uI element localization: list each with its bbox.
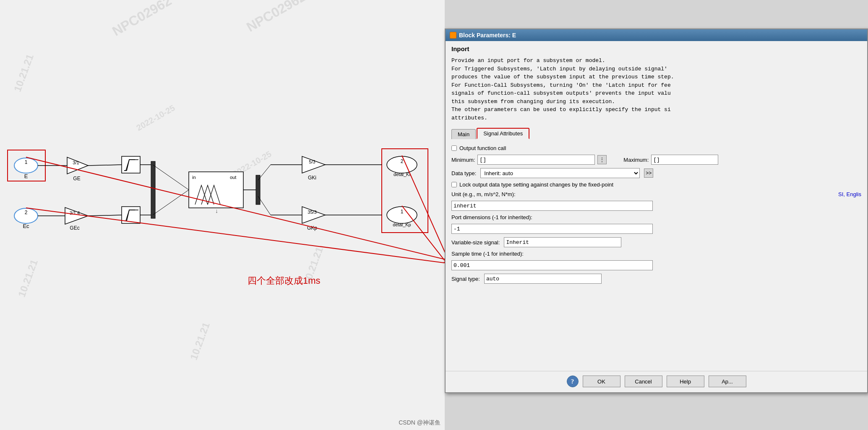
variable-size-label: Variable-size signal:	[451, 239, 500, 246]
block-parameters-dialog: Block Parameters: E Inport Provide an in…	[445, 28, 868, 393]
svg-line-48	[88, 215, 122, 216]
unit-input-row	[451, 201, 861, 211]
svg-line-27	[258, 165, 271, 180]
data-type-select[interactable]: Inherit: auto double single int8	[480, 168, 640, 178]
maximum-input[interactable]	[651, 155, 718, 165]
signal-type-input[interactable]	[484, 274, 602, 284]
dialog-icon	[450, 32, 456, 39]
simulink-canvas: NPC02962 NPC02962 10.21.21 10.21.21 2022…	[0, 0, 445, 430]
unit-label: Unit (e.g., m, m/s^2, N*m):	[451, 191, 516, 197]
variable-size-input[interactable]	[504, 237, 621, 247]
tab-main[interactable]: Main	[451, 129, 476, 139]
maximum-group: Maximum:	[623, 155, 718, 165]
lock-output-row: Lock output data type setting against ch…	[451, 181, 861, 188]
svg-text:2: 2	[401, 158, 404, 164]
svg-text:5/3: 5/3	[309, 159, 315, 164]
svg-line-28	[258, 196, 271, 215]
sample-time-input-row	[451, 260, 861, 270]
tabs-row: Main Signal Attributes	[451, 128, 861, 139]
sample-time-input[interactable]	[451, 260, 653, 270]
svg-text:in: in	[192, 175, 196, 180]
svg-text:1: 1	[401, 209, 404, 215]
output-function-call-checkbox[interactable]	[451, 145, 457, 151]
minimum-label: Minimum:	[451, 157, 475, 163]
description-text: Provide an input port for a subsystem or…	[451, 57, 861, 122]
svg-rect-26	[256, 175, 260, 205]
dialog-content: Inport Provide an input port for a subsy…	[446, 41, 867, 371]
svg-text:out: out	[230, 175, 236, 180]
port-dimensions-input[interactable]	[451, 224, 653, 234]
unit-input[interactable]	[451, 201, 653, 211]
svg-line-52	[402, 155, 445, 256]
form-area: Output function call Minimum: ⋮ Maximum:…	[451, 145, 861, 367]
dialog-title: Block Parameters: E	[459, 32, 516, 39]
svg-marker-31	[302, 156, 325, 173]
sample-time-row: Sample time (-1 for inherited):	[451, 251, 861, 257]
svg-text:detal_Kp: detal_Kp	[393, 222, 411, 227]
min-max-row: Minimum: ⋮ Maximum:	[451, 155, 861, 165]
svg-marker-34	[302, 207, 325, 223]
svg-text:GEc: GEc	[70, 225, 79, 231]
port-dimensions-label: Port dimensions (-1 for inherited):	[451, 214, 532, 220]
data-type-button[interactable]: >>	[644, 168, 653, 178]
data-type-row: Data type: Inherit: auto double single i…	[451, 168, 861, 178]
svg-text:↓: ↓	[215, 207, 218, 214]
signal-type-label: Signal type:	[451, 276, 480, 282]
port-dimensions-row: Port dimensions (-1 for inherited):	[451, 214, 861, 220]
svg-line-46	[88, 165, 122, 166]
maximum-label: Maximum:	[623, 157, 649, 163]
unit-link[interactable]: SI, Englis	[838, 191, 861, 197]
svg-text:3/1: 3/1	[73, 160, 79, 165]
help-button[interactable]: Help	[667, 376, 704, 387]
svg-text:35/3: 35/3	[308, 210, 316, 215]
minimum-group: Minimum: ⋮	[451, 155, 607, 165]
minimum-input[interactable]	[477, 155, 595, 165]
simulink-diagram: 1 E 2 Ec 3/1 GE 3/1.4 GEc	[0, 0, 445, 430]
svg-text:Ec: Ec	[23, 223, 29, 229]
annotation-text: 四个全部改成1ms	[248, 275, 321, 287]
sample-time-label: Sample time (-1 for inherited):	[451, 251, 524, 257]
unit-row: Unit (e.g., m, m/s^2, N*m): SI, Englis	[451, 191, 861, 197]
dialog-footer: ? OK Cancel Help Ap...	[446, 371, 867, 392]
block-type-label: Inport	[451, 45, 861, 52]
svg-text:detal_Ki: detal_Ki	[394, 172, 410, 177]
dialog-titlebar[interactable]: Block Parameters: E	[446, 29, 867, 41]
signal-type-row: Signal type:	[451, 274, 861, 284]
svg-line-19	[153, 165, 189, 190]
lock-output-checkbox[interactable]	[451, 182, 457, 187]
minimum-dots-button[interactable]: ⋮	[597, 155, 607, 164]
data-type-label: Data type:	[451, 170, 476, 176]
svg-line-53	[402, 206, 445, 263]
svg-text:GE: GE	[73, 176, 80, 181]
csdn-footer: CSDN @神谌鱼	[399, 419, 441, 427]
cancel-button[interactable]: Cancel	[625, 376, 662, 387]
svg-rect-18	[151, 161, 155, 218]
output-function-call-row: Output function call	[451, 145, 861, 151]
help-icon-button[interactable]: ?	[567, 376, 579, 387]
ok-button[interactable]: OK	[583, 376, 620, 387]
apply-button[interactable]: Ap...	[709, 376, 746, 387]
output-function-call-label: Output function call	[459, 145, 506, 151]
tab-signal-attributes[interactable]: Signal Attributes	[477, 128, 529, 139]
lock-output-label: Lock output data type setting against ch…	[459, 181, 613, 188]
svg-line-20	[153, 190, 189, 215]
svg-text:GKi: GKi	[308, 175, 316, 181]
svg-text:2: 2	[25, 210, 28, 215]
port-dimensions-input-row	[451, 224, 861, 234]
svg-text:E: E	[24, 173, 28, 179]
svg-text:1: 1	[25, 159, 28, 165]
variable-size-row: Variable-size signal:	[451, 237, 861, 247]
